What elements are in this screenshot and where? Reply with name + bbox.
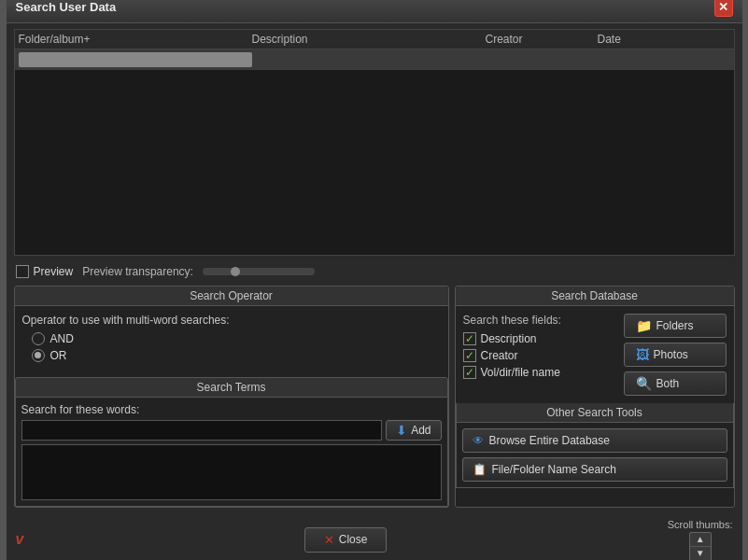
photos-label: Photos bbox=[654, 348, 688, 361]
search-input[interactable] bbox=[21, 420, 383, 441]
browse-database-label: Browse Entire Database bbox=[489, 434, 610, 447]
radio-group: AND OR bbox=[22, 332, 441, 362]
both-label: Both bbox=[656, 377, 680, 390]
search-for-label: Search for these words: bbox=[21, 403, 442, 416]
col-creator: Creator bbox=[486, 33, 598, 46]
search-operator-title: Search Operator bbox=[15, 287, 448, 306]
radio-or-circle[interactable] bbox=[32, 349, 45, 362]
folder-icon: 📁 bbox=[636, 318, 652, 333]
window-title: Search User Data bbox=[16, 0, 117, 14]
add-label: Add bbox=[411, 424, 430, 437]
search-operator-body: Operator to use with multi-word searches… bbox=[15, 306, 448, 377]
field-voldir[interactable]: ✓ Vol/dir/file name bbox=[463, 366, 616, 379]
scroll-thumbs: Scroll thumbs: ▲ ▼ bbox=[668, 519, 733, 561]
results-table: Folder/album+ Description Creator Date bbox=[14, 29, 735, 256]
field-creator[interactable]: ✓ Creator bbox=[463, 349, 616, 362]
logo: v bbox=[16, 531, 24, 548]
scroll-down-arrow[interactable]: ▼ bbox=[690, 547, 711, 560]
bottom-bar: v ✕ Close Scroll thumbs: ▲ ▼ bbox=[7, 515, 742, 561]
radio-and-label: AND bbox=[50, 332, 74, 345]
field-description[interactable]: ✓ Description bbox=[463, 332, 616, 345]
preview-bar: Preview Preview transparency: bbox=[7, 261, 742, 282]
right-panel: Search Database Search these fields: ✓ D… bbox=[455, 286, 735, 508]
fields-col: Search these fields: ✓ Description ✓ Cre… bbox=[463, 314, 616, 383]
close-x-icon: ✕ bbox=[324, 533, 334, 547]
main-window: Search User Data ✕ Folder/album+ Descrip… bbox=[6, 0, 743, 560]
photo-icon: 🖼 bbox=[636, 347, 649, 362]
table-body bbox=[15, 49, 734, 255]
row-folder-cell bbox=[19, 52, 252, 67]
table-row[interactable] bbox=[15, 49, 734, 70]
transparency-slider[interactable] bbox=[203, 268, 315, 275]
scroll-thumbs-label: Scroll thumbs: bbox=[668, 519, 733, 530]
field-voldir-label: Vol/dir/file name bbox=[481, 366, 560, 379]
add-button[interactable]: ⬇ Add bbox=[386, 420, 441, 441]
search-words-area[interactable] bbox=[21, 444, 442, 500]
other-tools-title: Other Search Tools bbox=[456, 403, 734, 423]
field-description-checkbox[interactable]: ✓ bbox=[463, 332, 476, 345]
folders-label: Folders bbox=[656, 319, 694, 332]
search-db-section: Search these fields: ✓ Description ✓ Cre… bbox=[456, 306, 734, 403]
browse-database-button[interactable]: 👁 Browse Entire Database bbox=[462, 428, 727, 453]
preview-label: Preview bbox=[34, 265, 74, 278]
radio-or[interactable]: OR bbox=[32, 349, 441, 362]
fields-label: Search these fields: bbox=[463, 314, 616, 327]
add-arrow-icon: ⬇ bbox=[396, 423, 407, 438]
scroll-arrows: ▲ ▼ bbox=[689, 532, 712, 561]
search-database-title: Search Database bbox=[456, 287, 734, 306]
field-creator-label: Creator bbox=[481, 349, 518, 362]
field-voldir-checkbox[interactable]: ✓ bbox=[463, 366, 476, 379]
both-icon: 🔍 bbox=[636, 376, 652, 391]
radio-or-label: OR bbox=[50, 349, 67, 362]
search-terms-title: Search Terms bbox=[15, 377, 448, 398]
title-bar: Search User Data ✕ bbox=[7, 0, 742, 23]
photos-button[interactable]: 🖼 Photos bbox=[624, 343, 727, 367]
folders-button[interactable]: 📁 Folders bbox=[624, 314, 727, 338]
radio-and[interactable]: AND bbox=[32, 332, 441, 345]
preview-checkbox[interactable]: Preview bbox=[16, 265, 74, 278]
eye-icon: 👁 bbox=[473, 434, 484, 447]
bottom-section: Search Operator Operator to use with mul… bbox=[7, 282, 742, 515]
close-button[interactable]: ✕ Close bbox=[304, 527, 388, 553]
search-input-row: ⬇ Add bbox=[21, 420, 442, 441]
preview-checkbox-box[interactable] bbox=[16, 265, 29, 278]
search-terms-body: Search for these words: ⬇ Add bbox=[15, 398, 448, 507]
file-folder-search-button[interactable]: 📋 File/Folder Name Search bbox=[462, 457, 727, 482]
file-icon: 📋 bbox=[473, 463, 487, 476]
file-folder-label: File/Folder Name Search bbox=[492, 463, 616, 476]
col-date: Date bbox=[598, 33, 710, 46]
radio-and-circle[interactable] bbox=[32, 332, 45, 345]
field-creator-checkbox[interactable]: ✓ bbox=[463, 349, 476, 362]
left-panel: Search Operator Operator to use with mul… bbox=[14, 286, 449, 508]
operator-description: Operator to use with multi-word searches… bbox=[22, 314, 441, 327]
transparency-thumb[interactable] bbox=[231, 267, 240, 276]
transparency-label: Preview transparency: bbox=[82, 265, 193, 278]
scroll-up-arrow[interactable]: ▲ bbox=[690, 533, 711, 546]
col-folder: Folder/album+ bbox=[19, 33, 252, 46]
close-label: Close bbox=[339, 533, 368, 546]
db-buttons-col: 📁 Folders 🖼 Photos 🔍 Both bbox=[624, 314, 727, 396]
col-description: Description bbox=[252, 33, 486, 46]
title-close-button[interactable]: ✕ bbox=[714, 0, 733, 17]
table-header: Folder/album+ Description Creator Date bbox=[15, 30, 734, 49]
both-button[interactable]: 🔍 Both bbox=[624, 371, 727, 396]
field-description-label: Description bbox=[481, 332, 537, 345]
other-tools-body: 👁 Browse Entire Database 📋 File/Folder N… bbox=[456, 423, 734, 488]
